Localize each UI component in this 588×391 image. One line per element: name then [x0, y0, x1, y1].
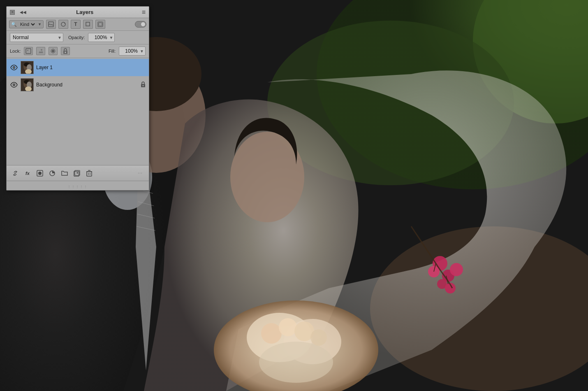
kind-arrow-icon: ▼ [38, 22, 42, 26]
new-layer-button[interactable] [72, 168, 82, 179]
layer-effects-button[interactable]: fx [22, 168, 33, 179]
fill-arrow-icon: ▼ [140, 49, 144, 54]
svg-rect-33 [27, 50, 28, 51]
layer1-visibility-toggle[interactable] [10, 63, 18, 72]
svg-line-57 [14, 172, 16, 174]
background-visibility-toggle[interactable] [10, 81, 18, 89]
svg-point-40 [65, 52, 66, 53]
layer-item-background[interactable]: Background [7, 76, 149, 93]
layers-empty-area [7, 112, 149, 165]
svg-point-23 [450, 263, 463, 276]
blend-opacity-row: Normal Dissolve Darken Multiply Screen O… [7, 31, 149, 44]
svg-point-34 [41, 49, 42, 51]
lock-transparency-button[interactable] [24, 47, 33, 55]
opacity-input-wrapper: ▼ [88, 33, 115, 42]
filter-toggle-slider[interactable] [135, 21, 146, 28]
svg-point-17 [261, 323, 282, 344]
lock-row: Lock: [7, 44, 149, 58]
svg-point-49 [14, 84, 15, 86]
svg-point-59 [38, 172, 42, 175]
blend-mode-select[interactable]: Normal Dissolve Darken Multiply Screen O… [10, 33, 63, 42]
blend-select-wrapper: Normal Dissolve Darken Multiply Screen O… [10, 33, 63, 42]
add-mask-button[interactable] [35, 168, 45, 179]
svg-point-42 [14, 67, 15, 68]
filter-adjustment-button[interactable] [58, 20, 68, 29]
filter-text-button[interactable]: T [71, 20, 81, 29]
collapse-button[interactable]: ◀◀ [18, 10, 28, 14]
lock-position-button[interactable] [49, 47, 58, 55]
svg-point-16 [259, 342, 333, 383]
svg-point-20 [310, 329, 327, 346]
search-icon: 🔍 [11, 22, 17, 27]
background-name: Background [36, 82, 138, 88]
lock-all-button[interactable] [61, 47, 70, 55]
layer1-thumbnail [21, 61, 34, 74]
opacity-label: Opacity: [68, 35, 85, 40]
layer-item-layer1[interactable]: Layer 1 [7, 59, 149, 76]
panel-title: Layers [76, 9, 93, 15]
lock-label: Lock: [10, 49, 21, 54]
delete-layer-button[interactable] [84, 168, 95, 179]
panel-options-button[interactable]: ··· [135, 168, 146, 179]
panel-titlebar: ✕ ◀◀ Layers ≡ [7, 7, 149, 18]
svg-rect-31 [99, 23, 102, 26]
panel-bottom-toolbar: fx [7, 165, 149, 181]
filter-bar: 🔍 Kind ▼ T [7, 18, 149, 31]
svg-point-18 [279, 318, 297, 336]
panel-resize-handle[interactable]: ⋮⋮⋮⋮⋮ [7, 181, 149, 190]
titlebar-left: ✕ ◀◀ [10, 10, 28, 15]
group-layers-button[interactable] [59, 168, 70, 179]
opacity-arrow-icon: ▼ [109, 35, 113, 40]
background-thumbnail [21, 78, 34, 91]
svg-point-56 [143, 85, 144, 86]
layers-panel: ✕ ◀◀ Layers ≡ 🔍 Kind ▼ T [6, 6, 149, 191]
svg-rect-66 [87, 172, 92, 176]
fill-input-wrapper: ▼ [119, 47, 146, 56]
svg-rect-29 [86, 22, 90, 26]
filter-shape-button[interactable] [83, 20, 93, 29]
layer1-name: Layer 1 [36, 65, 146, 70]
layers-list: Layer 1 Background [7, 58, 149, 112]
link-layers-button[interactable] [10, 168, 21, 179]
panel-menu-button[interactable]: ≡ [142, 9, 146, 16]
lock-image-button[interactable] [36, 47, 45, 55]
fill-label: Fill: [109, 49, 116, 54]
filter-image-button[interactable] [46, 20, 56, 29]
close-button[interactable]: ✕ [10, 10, 15, 15]
kind-select[interactable]: Kind [19, 21, 36, 27]
svg-point-54 [25, 86, 32, 91]
create-adjustment-button[interactable] [47, 168, 58, 179]
filter-kind-group[interactable]: 🔍 Kind ▼ [9, 20, 44, 28]
svg-point-47 [25, 69, 32, 74]
filter-smart-button[interactable] [95, 20, 105, 29]
svg-point-61 [53, 171, 54, 172]
background-lock-icon [141, 81, 146, 88]
